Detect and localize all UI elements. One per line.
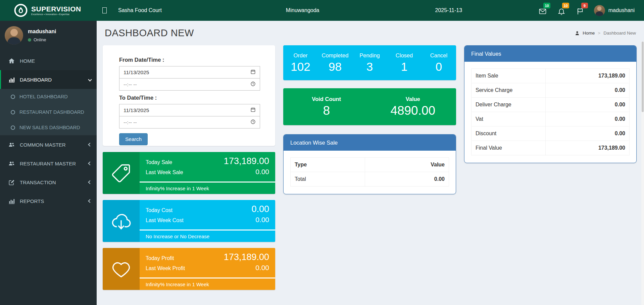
bell-icon <box>557 7 565 15</box>
scrollbar-thumb[interactable] <box>642 42 644 112</box>
location-sale-table: Type Value Total 0.00 <box>290 157 449 187</box>
sidebar-item-restaurant-master[interactable]: RESTAURANT MASTER <box>0 154 97 173</box>
flags-menu[interactable]: 9 <box>575 5 585 15</box>
table-row: Item Sale 173,189.00 <box>472 69 630 83</box>
bar-chart-icon <box>8 77 15 83</box>
sidebar-item-new-sales-dashboard[interactable]: NEW SALES DASHBOARD <box>0 120 97 135</box>
users-icon <box>8 142 15 148</box>
today-sale-card: Today Sale173,189.00 Last Week Sale0.00 … <box>103 152 275 194</box>
card-value: 173,189.00 <box>224 252 269 262</box>
chevron-left-icon <box>88 199 92 203</box>
sidebar-menu: HOME DASHBOARD HOTEL DASHBOARD RESTAURAN… <box>0 51 97 210</box>
void-stats-panel: Void Count 8 Value 4890.00 <box>283 88 456 125</box>
to-date-input[interactable]: 11/13/2025 <box>119 104 260 116</box>
col-value: Value <box>365 158 449 172</box>
from-datetime-label: From Date/Time : <box>119 57 260 63</box>
sidebar-user-status: Online <box>28 37 56 42</box>
brand-name: SUPERVISION <box>31 5 81 12</box>
col-type: Type <box>291 158 365 172</box>
store-name-link[interactable]: Sasha Food Court <box>118 7 162 13</box>
final-values-panel: Final Values Item Sale 173,189.00 Servic… <box>464 45 637 163</box>
circle-o-icon <box>11 125 15 130</box>
card-subvalue: 0.00 <box>255 216 269 224</box>
user-menu[interactable]: madushani <box>594 5 635 16</box>
calendar-icon[interactable] <box>250 69 256 76</box>
circle-o-icon <box>11 95 15 99</box>
from-time-input[interactable]: --:-- -- <box>119 78 260 91</box>
stat-order: Order 102 <box>283 45 318 80</box>
sidebar-item-transaction[interactable]: TRANSACTION <box>0 173 97 192</box>
navbar: Sasha Food Court Minuwangoda 2025-11-13 … <box>97 0 644 21</box>
supervision-logo-icon <box>13 3 28 18</box>
top-navbar: SUPERVISION Excellence • Innovation • Ex… <box>0 0 644 21</box>
chevron-left-icon <box>88 143 92 146</box>
stat-cancel: Cancel 0 <box>422 45 456 80</box>
from-date-input[interactable]: 11/13/2025 <box>119 66 260 79</box>
sidebar: madushani Online HOME DASHBOARD HOTEL DA… <box>0 21 97 305</box>
user-avatar <box>594 5 605 16</box>
search-button[interactable]: Search <box>119 133 148 145</box>
brand-logo[interactable]: SUPERVISION Excellence • Innovation • Ex… <box>0 0 97 21</box>
sidebar-item-dashboard[interactable]: DASHBOARD <box>0 70 97 89</box>
notifications-badge: 10 <box>562 3 569 8</box>
circle-o-icon <box>11 110 15 114</box>
page-scrollbar <box>641 42 644 305</box>
sidebar-user-name: madushani <box>28 29 56 35</box>
sidebar-item-hotel-dashboard[interactable]: HOTEL DASHBOARD <box>0 89 97 104</box>
messages-menu[interactable]: 10 <box>538 5 548 15</box>
breadcrumb-separator: > <box>598 31 600 36</box>
brand-tagline: Excellence • Innovation • Expertise <box>31 13 81 16</box>
breadcrumb-home-link[interactable]: Home <box>583 31 595 36</box>
calendar-icon[interactable] <box>250 107 256 114</box>
notifications-menu[interactable]: 10 <box>556 5 566 15</box>
sidebar-item-reports[interactable]: REPORTS <box>0 192 97 210</box>
date-link[interactable]: 2025-11-13 <box>435 7 462 13</box>
card-title: Today Sale <box>146 159 172 165</box>
table-row: Deliver Charge 0.00 <box>472 98 630 112</box>
main-content: DASHBOARD NEW Home > Dashboard New From … <box>97 21 644 305</box>
order-stats-panel: Order 102 Completed 98 Pending 3 Closed … <box>283 45 456 80</box>
table-row: Total 0.00 <box>291 172 449 187</box>
flags-badge: 9 <box>581 3 588 8</box>
location-wise-sale-title: Location Wise Sale <box>284 135 456 151</box>
flag-icon <box>576 7 584 15</box>
sidebar-user-panel: madushani Online <box>0 21 97 51</box>
today-cost-card: Today Cost0.00 Last Week Cost0.00 No Inc… <box>103 200 275 242</box>
card-subvalue: 0.00 <box>255 168 269 176</box>
final-values-title: Final Values <box>464 46 636 62</box>
messages-badge: 10 <box>543 3 550 8</box>
card-footer: Infinity% Increase in 1 Week <box>140 278 275 290</box>
users-icon <box>8 160 15 167</box>
table-row: Discount 0.00 <box>472 126 630 141</box>
card-subtitle: Last Week Sale <box>146 169 183 175</box>
location-wise-sale-panel: Location Wise Sale Type Value Total <box>283 134 456 194</box>
clock-icon[interactable] <box>250 81 256 88</box>
envelope-icon <box>539 7 547 15</box>
breadcrumb: Home > Dashboard New <box>575 31 636 36</box>
home-icon <box>8 58 15 64</box>
table-row: Final Value 173,189.00 <box>472 141 630 155</box>
clock-icon[interactable] <box>250 119 256 126</box>
card-footer: Infinity% Increase in 1 Week <box>140 183 275 194</box>
sidebar-toggle-icon[interactable] <box>97 7 112 13</box>
stat-pending: Pending 3 <box>352 45 387 80</box>
sidebar-item-home[interactable]: HOME <box>0 51 97 70</box>
date-filter-panel: From Date/Time : 11/13/2025 --:-- -- To … <box>103 45 275 146</box>
breadcrumb-current: Dashboard New <box>603 31 636 36</box>
cloud-download-icon <box>103 200 140 242</box>
table-row: Vat 0.00 <box>472 112 630 126</box>
location-link[interactable]: Minuwangoda <box>286 7 319 13</box>
heart-icon <box>103 248 140 290</box>
chevron-left-icon <box>88 161 92 165</box>
card-subtitle: Last Week Profit <box>146 265 185 271</box>
today-profit-card: Today Profit173,189.00 Last Week Profit0… <box>103 248 275 290</box>
stat-void-value: Value 4890.00 <box>370 88 456 125</box>
edit-icon <box>8 179 15 186</box>
card-title: Today Cost <box>146 207 172 213</box>
sidebar-item-restaurant-dashboard[interactable]: RESTAURANT DASHBOARD <box>0 104 97 120</box>
to-time-input[interactable]: --:-- -- <box>119 116 260 129</box>
card-value: 0.00 <box>251 204 269 214</box>
card-title: Today Profit <box>146 255 174 261</box>
chevron-down-icon <box>88 78 92 81</box>
sidebar-item-common-master[interactable]: COMMON MASTER <box>0 135 97 154</box>
